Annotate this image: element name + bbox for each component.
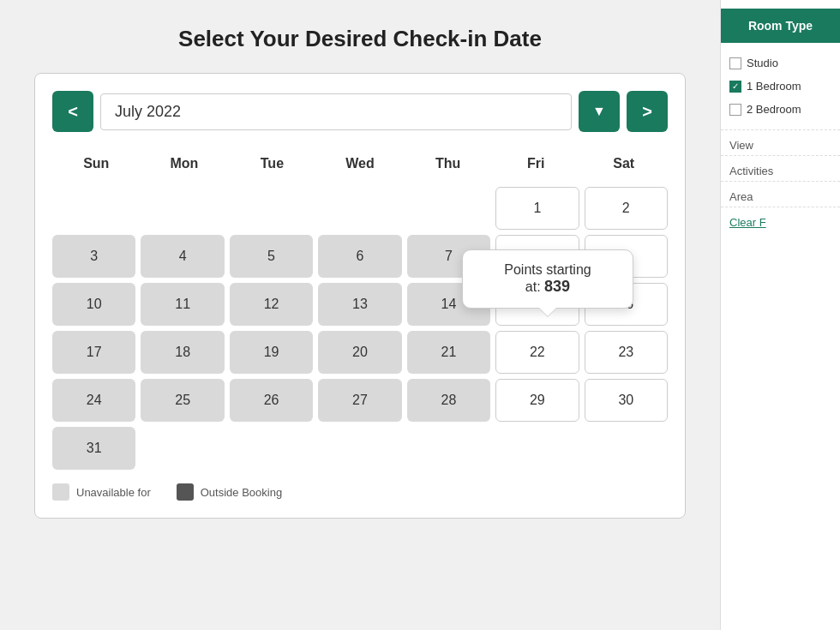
day-cell[interactable]: 18 (141, 331, 224, 374)
day-header-mon: Mon (141, 149, 229, 178)
calendar-days: 1234567891011121314151617181920212223242… (52, 187, 668, 470)
one-bedroom-option[interactable]: 1 Bedroom (729, 75, 831, 98)
day-cell[interactable]: 31 (52, 427, 135, 470)
calendar-container: < July 2022 ▼ > Sun Mon Tue Wed Thu Fri … (34, 73, 686, 519)
day-cell[interactable]: 17 (52, 331, 135, 374)
day-cell[interactable]: 5 (230, 235, 313, 278)
day-cell (585, 427, 668, 470)
one-bedroom-label: 1 Bedroom (747, 80, 801, 93)
day-cell (318, 187, 401, 230)
day-header-tue: Tue (228, 149, 316, 178)
day-cell (407, 427, 490, 470)
tooltip-line2: at: 839 (480, 278, 615, 296)
calendar-header: < July 2022 ▼ > (52, 91, 668, 132)
day-cell[interactable]: 19 (230, 331, 313, 374)
day-cell[interactable]: 13 (318, 283, 401, 326)
day-cell[interactable]: 1 (495, 187, 579, 230)
two-bedroom-label: 2 Bedroom (747, 103, 801, 116)
view-label: View (721, 130, 840, 156)
day-cell (52, 187, 135, 230)
day-cell (230, 187, 313, 230)
sidebar-header: Room Type (721, 9, 840, 43)
day-cell (141, 187, 224, 230)
unavailable-legend: Unavailable for (52, 483, 151, 501)
day-cell[interactable]: 26 (230, 379, 313, 422)
tooltip-line1: Points starting (480, 262, 615, 278)
calendar-grid: Sun Mon Tue Wed Thu Fri Sat 123456789101… (52, 149, 668, 470)
month-display: July 2022 (100, 93, 572, 130)
sidebar: Room Type Studio 1 Bedroom 2 Bedroom Vie… (720, 0, 840, 630)
legend-area: Unavailable for Outside Booking (52, 483, 668, 501)
day-header-fri: Fri (492, 149, 580, 178)
area-label: Area (721, 182, 840, 207)
day-cell[interactable]: 2 (585, 187, 668, 230)
day-cell[interactable]: 29 (495, 379, 579, 422)
day-cell[interactable]: 11 (141, 283, 224, 326)
month-dropdown-button[interactable]: ▼ (579, 91, 620, 132)
page-title: Select Your Desired Check-in Date (34, 26, 686, 52)
main-content: Select Your Desired Check-in Date < July… (0, 0, 720, 630)
day-cell[interactable]: 27 (318, 379, 401, 422)
day-cell[interactable]: 24 (52, 379, 135, 422)
day-cell (318, 427, 401, 470)
day-header-sun: Sun (52, 149, 141, 178)
next-month-button[interactable]: > (627, 91, 668, 132)
studio-checkbox[interactable] (729, 57, 741, 69)
day-cell[interactable]: 4 (141, 235, 224, 278)
day-header-thu: Thu (404, 149, 492, 178)
tooltip-points: 839 (544, 278, 570, 295)
room-type-section: Studio 1 Bedroom 2 Bedroom (721, 43, 840, 130)
day-cell[interactable]: 6 (318, 235, 401, 278)
unavailable-legend-label: Unavailable for (76, 486, 151, 499)
clear-filter-button[interactable]: Clear F (721, 207, 840, 237)
tooltip-bubble: Points starting at: 839 (462, 249, 633, 309)
unavailable-legend-box (52, 483, 69, 501)
day-cell[interactable]: 3 (52, 235, 135, 278)
two-bedroom-option[interactable]: 2 Bedroom (729, 98, 831, 121)
day-cell (230, 427, 313, 470)
outside-legend-label: Outside Booking (201, 486, 282, 499)
day-cell[interactable]: 21 (407, 331, 490, 374)
day-cell (495, 427, 579, 470)
day-cell (141, 427, 224, 470)
studio-option[interactable]: Studio (729, 51, 831, 75)
studio-label: Studio (747, 57, 778, 69)
month-label: July 2022 (115, 103, 181, 121)
outside-legend-box (177, 483, 194, 501)
prev-month-button[interactable]: < (52, 91, 93, 132)
two-bedroom-checkbox[interactable] (729, 104, 741, 116)
day-header-sat: Sat (579, 149, 668, 178)
activities-label: Activities (721, 156, 840, 182)
day-header-wed: Wed (316, 149, 405, 178)
day-cell[interactable]: 25 (141, 379, 224, 422)
day-cell[interactable]: 20 (318, 331, 401, 374)
one-bedroom-checkbox[interactable] (729, 81, 741, 93)
day-cell[interactable]: 23 (585, 331, 668, 374)
outside-legend: Outside Booking (177, 483, 282, 501)
day-cell[interactable]: 30 (585, 379, 668, 422)
day-headers: Sun Mon Tue Wed Thu Fri Sat (52, 149, 668, 178)
day-cell (407, 187, 490, 230)
day-cell[interactable]: 12 (230, 283, 313, 326)
day-cell[interactable]: 10 (52, 283, 135, 326)
day-cell[interactable]: 28 (407, 379, 490, 422)
day-cell[interactable]: 22 (495, 331, 579, 374)
